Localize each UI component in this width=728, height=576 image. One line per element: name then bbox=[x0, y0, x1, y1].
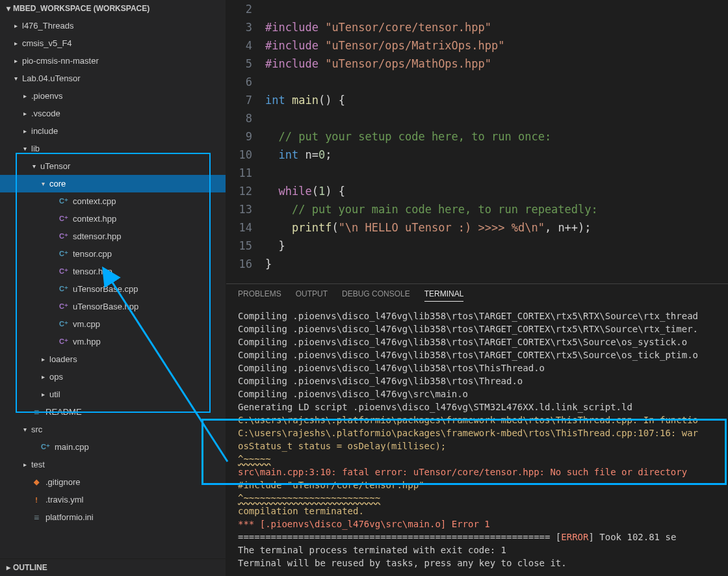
line-number: 14 bbox=[226, 218, 252, 237]
terminal-line: ^~~~~~ bbox=[238, 452, 716, 465]
hpp-file-icon bbox=[58, 231, 69, 242]
chevron-right-icon[interactable]: ▸ bbox=[39, 373, 47, 380]
folder-item[interactable]: ▾core bbox=[0, 175, 226, 192]
file-item[interactable]: context.cpp bbox=[0, 192, 226, 210]
folder-item[interactable]: ▸.vscode bbox=[0, 105, 226, 122]
tree-item-label: README bbox=[46, 407, 82, 417]
line-number: 7 bbox=[226, 91, 252, 109]
chevron-down-icon[interactable]: ▾ bbox=[39, 180, 47, 187]
chevron-right-icon[interactable]: ▸ bbox=[12, 40, 20, 47]
folder-item[interactable]: ▸loaders bbox=[0, 350, 226, 368]
code-line[interactable]: } bbox=[265, 255, 728, 273]
code-line[interactable]: int n=0; bbox=[265, 146, 728, 164]
line-number: 2 bbox=[226, 0, 252, 18]
file-item[interactable]: README bbox=[0, 403, 226, 421]
code-line[interactable]: #include "uTensor/ops/MatrixOps.hpp" bbox=[265, 36, 728, 55]
workspace-header[interactable]: ▾ MBED_WORKSPACE (WORKSPACE) bbox=[0, 0, 226, 17]
folder-item[interactable]: ▸ops bbox=[0, 368, 226, 386]
folder-item[interactable]: ▸test bbox=[0, 456, 226, 473]
hpp-file-icon bbox=[58, 302, 69, 312]
code-line[interactable]: #include "uTensor/core/tensor.hpp" bbox=[265, 18, 728, 36]
code-line[interactable] bbox=[265, 73, 728, 91]
folder-item[interactable]: ▸pio-cmsis-nn-master bbox=[0, 52, 226, 70]
code-line[interactable] bbox=[265, 164, 728, 182]
chevron-right-icon: ▸ bbox=[6, 563, 10, 572]
ini-file-icon bbox=[31, 512, 42, 523]
file-item[interactable]: platformio.ini bbox=[0, 508, 226, 526]
terminal-line: #include "uTensor/core/tensor.hpp" bbox=[238, 478, 716, 491]
tree-item-label: context.hpp bbox=[73, 214, 116, 224]
folder-item[interactable]: ▸include bbox=[0, 122, 226, 140]
file-item[interactable]: vm.hpp bbox=[0, 333, 226, 350]
tree-item-label: .pioenvs bbox=[31, 91, 62, 101]
tab-terminal[interactable]: TERMINAL bbox=[424, 289, 464, 302]
file-item[interactable]: tensor.hpp bbox=[0, 263, 226, 280]
file-item[interactable]: uTensorBase.hpp bbox=[0, 298, 226, 315]
code-editor[interactable]: 2345678910111213141516 #include "uTensor… bbox=[226, 0, 728, 283]
chevron-right-icon[interactable]: ▸ bbox=[21, 461, 29, 468]
tab-problems[interactable]: PROBLEMS bbox=[238, 289, 281, 302]
folder-item[interactable]: ▸.pioenvs bbox=[0, 87, 226, 105]
code-line[interactable] bbox=[265, 0, 728, 18]
folder-item[interactable]: ▾lib bbox=[0, 140, 226, 157]
code-line[interactable]: #include "uTensor/ops/MathOps.hpp" bbox=[265, 55, 728, 73]
file-item[interactable]: context.hpp bbox=[0, 210, 226, 228]
chevron-down-icon: ▾ bbox=[6, 4, 10, 13]
code-line[interactable] bbox=[265, 109, 728, 127]
terminal-line: osStatus_t status = osDelay(millisec); bbox=[238, 439, 716, 452]
folder-item[interactable]: ▸util bbox=[0, 386, 226, 403]
file-item[interactable]: tensor.cpp bbox=[0, 245, 226, 263]
chevron-down-icon[interactable]: ▾ bbox=[12, 75, 20, 82]
folder-item[interactable]: ▾Lab.04.uTensor bbox=[0, 70, 226, 87]
chevron-right-icon[interactable]: ▸ bbox=[39, 391, 47, 398]
line-number-gutter: 2345678910111213141516 bbox=[226, 0, 265, 283]
chevron-right-icon[interactable]: ▸ bbox=[39, 356, 47, 363]
folder-item[interactable]: ▾src bbox=[0, 421, 226, 438]
file-item[interactable]: sdtensor.hpp bbox=[0, 228, 226, 245]
file-item[interactable]: main.cpp bbox=[0, 438, 226, 456]
terminal-output[interactable]: Compiling .pioenvs\disco_l476vg\lib358\r… bbox=[226, 307, 728, 576]
file-item[interactable]: .gitignore bbox=[0, 473, 226, 491]
file-item[interactable]: vm.cpp bbox=[0, 315, 226, 333]
terminal-line: C:\users\rajeshs\.platformio\packages\fr… bbox=[238, 413, 716, 426]
code-line[interactable]: // put your main code here, to run repea… bbox=[265, 200, 728, 218]
line-number: 5 bbox=[226, 55, 252, 73]
main-area: 2345678910111213141516 #include "uTensor… bbox=[226, 0, 728, 576]
chevron-right-icon[interactable]: ▸ bbox=[12, 57, 20, 64]
line-number: 4 bbox=[226, 36, 252, 55]
chevron-right-icon[interactable]: ▸ bbox=[21, 127, 29, 135]
folder-item[interactable]: ▸l476_Threads bbox=[0, 17, 226, 34]
tab-debug-console[interactable]: DEBUG CONSOLE bbox=[342, 289, 410, 302]
tab-output[interactable]: OUTPUT bbox=[296, 289, 328, 302]
chevron-down-icon[interactable]: ▾ bbox=[30, 163, 38, 170]
chevron-right-icon[interactable]: ▸ bbox=[21, 110, 29, 117]
terminal-line: Compiling .pioenvs\disco_l476vg\src\main… bbox=[238, 387, 716, 400]
chevron-down-icon[interactable]: ▾ bbox=[21, 426, 29, 433]
line-number: 10 bbox=[226, 146, 252, 164]
line-number: 16 bbox=[226, 255, 252, 273]
code-line[interactable]: int main() { bbox=[265, 91, 728, 109]
code-content[interactable]: #include "uTensor/core/tensor.hpp"#inclu… bbox=[265, 0, 728, 283]
file-item[interactable]: .travis.yml bbox=[0, 491, 226, 508]
outline-header[interactable]: ▸ OUTLINE bbox=[0, 558, 226, 576]
code-line[interactable]: // put your setup code here, to run once… bbox=[265, 127, 728, 146]
file-item[interactable]: uTensorBase.cpp bbox=[0, 280, 226, 298]
cpp-file-icon bbox=[58, 319, 69, 330]
bottom-panel: PROBLEMSOUTPUTDEBUG CONSOLETERMINAL Comp… bbox=[226, 283, 728, 576]
code-line[interactable]: } bbox=[265, 237, 728, 255]
workspace-title: MBED_WORKSPACE (WORKSPACE) bbox=[13, 4, 150, 13]
tree-item-label: .travis.yml bbox=[46, 495, 84, 504]
chevron-down-icon[interactable]: ▾ bbox=[21, 145, 29, 152]
chevron-right-icon[interactable]: ▸ bbox=[21, 92, 29, 99]
file-tree: ▸l476_Threads▸cmsis_v5_F4▸pio-cmsis-nn-m… bbox=[0, 17, 226, 558]
tree-item-label: vm.hpp bbox=[73, 337, 101, 347]
folder-item[interactable]: ▾uTensor bbox=[0, 157, 226, 175]
git-file-icon bbox=[31, 477, 42, 488]
code-line[interactable]: while(1) { bbox=[265, 182, 728, 200]
folder-item[interactable]: ▸cmsis_v5_F4 bbox=[0, 34, 226, 52]
code-line[interactable]: printf("\n HELLO uTensor :) >>>> %d\n", … bbox=[265, 218, 728, 237]
cpp-file-icon bbox=[58, 284, 69, 295]
tree-item-label: l476_Threads bbox=[22, 21, 74, 31]
chevron-right-icon[interactable]: ▸ bbox=[12, 22, 20, 29]
line-number: 6 bbox=[226, 73, 252, 91]
